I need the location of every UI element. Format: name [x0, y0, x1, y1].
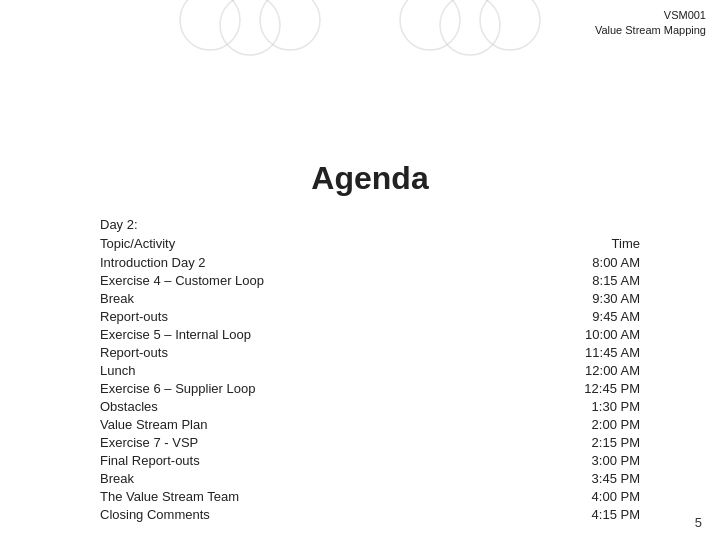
- agenda-time: 4:00 PM: [424, 487, 640, 505]
- agenda-topic: Exercise 5 – Internal Loop: [100, 325, 424, 343]
- svg-point-2: [260, 0, 320, 50]
- agenda-topic: Report-outs: [100, 343, 424, 361]
- agenda-table: Day 2: Topic/Activity Time Introduction …: [100, 215, 640, 523]
- agenda-time: 1:30 PM: [424, 397, 640, 415]
- agenda-time: 12:45 PM: [424, 379, 640, 397]
- agenda-topic: Introduction Day 2: [100, 253, 424, 271]
- agenda-topic: Final Report-outs: [100, 451, 424, 469]
- table-row: Exercise 5 – Internal Loop10:00 AM: [100, 325, 640, 343]
- table-row: Break3:45 PM: [100, 469, 640, 487]
- table-row: Exercise 6 – Supplier Loop12:45 PM: [100, 379, 640, 397]
- page-number: 5: [695, 515, 702, 530]
- day-row: Day 2:: [100, 215, 640, 235]
- svg-point-1: [220, 0, 280, 55]
- agenda-time: 8:15 AM: [424, 271, 640, 289]
- agenda-time: 12:00 AM: [424, 361, 640, 379]
- agenda-time: 4:15 PM: [424, 505, 640, 523]
- agenda-topic: Exercise 7 - VSP: [100, 433, 424, 451]
- agenda-topic: Value Stream Plan: [100, 415, 424, 433]
- agenda-topic: Exercise 4 – Customer Loop: [100, 271, 424, 289]
- course-code: VSM001: [595, 8, 706, 23]
- agenda-time: 11:45 AM: [424, 343, 640, 361]
- agenda-topic: The Value Stream Team: [100, 487, 424, 505]
- table-row: Report-outs9:45 AM: [100, 307, 640, 325]
- svg-point-0: [180, 0, 240, 50]
- agenda-topic: Break: [100, 469, 424, 487]
- agenda-topic: Break: [100, 289, 424, 307]
- table-row: Exercise 4 – Customer Loop8:15 AM: [100, 271, 640, 289]
- agenda-time: 9:45 AM: [424, 307, 640, 325]
- table-row: Report-outs11:45 AM: [100, 343, 640, 361]
- agenda-time: 2:15 PM: [424, 433, 640, 451]
- course-header: VSM001 Value Stream Mapping: [595, 8, 706, 39]
- page-title: Agenda: [100, 160, 640, 197]
- agenda-time: 8:00 AM: [424, 253, 640, 271]
- table-row: Final Report-outs3:00 PM: [100, 451, 640, 469]
- table-row: The Value Stream Team4:00 PM: [100, 487, 640, 505]
- agenda-time: 3:00 PM: [424, 451, 640, 469]
- table-row: Introduction Day 28:00 AM: [100, 253, 640, 271]
- svg-point-3: [400, 0, 460, 50]
- day-label: Day 2:: [100, 215, 424, 235]
- agenda-time: 9:30 AM: [424, 289, 640, 307]
- topic-header: Topic/Activity: [100, 235, 424, 254]
- agenda-topic: Closing Comments: [100, 505, 424, 523]
- table-row: Exercise 7 - VSP2:15 PM: [100, 433, 640, 451]
- table-row: Lunch12:00 AM: [100, 361, 640, 379]
- table-row: Obstacles1:30 PM: [100, 397, 640, 415]
- agenda-topic: Exercise 6 – Supplier Loop: [100, 379, 424, 397]
- table-row: Closing Comments4:15 PM: [100, 505, 640, 523]
- agenda-topic: Lunch: [100, 361, 424, 379]
- table-row: Value Stream Plan2:00 PM: [100, 415, 640, 433]
- main-content: Agenda Day 2: Topic/Activity Time Introd…: [0, 100, 720, 523]
- svg-point-5: [480, 0, 540, 50]
- agenda-time: 10:00 AM: [424, 325, 640, 343]
- agenda-topic: Obstacles: [100, 397, 424, 415]
- agenda-time: 2:00 PM: [424, 415, 640, 433]
- agenda-time: 3:45 PM: [424, 469, 640, 487]
- svg-point-4: [440, 0, 500, 55]
- course-name: Value Stream Mapping: [595, 23, 706, 38]
- table-row: Break9:30 AM: [100, 289, 640, 307]
- column-header-row: Topic/Activity Time: [100, 235, 640, 254]
- agenda-topic: Report-outs: [100, 307, 424, 325]
- time-header: Time: [424, 235, 640, 254]
